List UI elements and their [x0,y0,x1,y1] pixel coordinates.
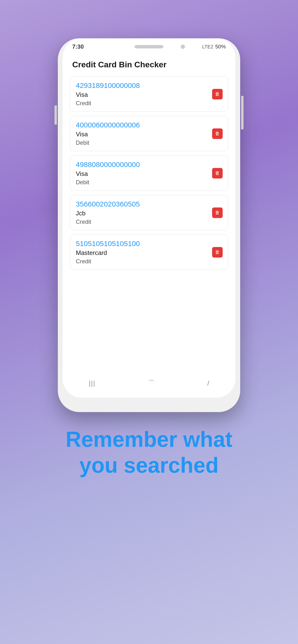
cta-line1: Remember what you searched [66,426,232,478]
page-title: Credit Card Bin Checker [70,60,228,69]
trash-icon: 🗑 [215,250,220,255]
trash-icon: 🗑 [215,210,220,216]
card-item: 4293189100000008VisaCredit🗑 [70,76,228,112]
status-right-icons: LTE2 50% [202,44,226,50]
trash-icon: 🗑 [215,170,220,176]
phone-frame: 7:30 LTE2 50% Credit Card Bin Checker 42… [58,38,240,412]
phone-screen: 7:30 LTE2 50% Credit Card Bin Checker 42… [63,38,235,398]
card-number: 3566002020360505 [76,200,222,208]
trash-icon: 🗑 [215,91,220,97]
card-item: 4000060000000006VisaDebit🗑 [70,116,228,151]
nav-recents-icon[interactable]: / [207,380,209,387]
card-number: 4988080000000000 [76,160,222,169]
app-content: Credit Card Bin Checker 4293189100000008… [63,55,235,374]
card-type: Debit [76,140,222,146]
card-brand: Visa [76,91,222,98]
nav-back-icon[interactable]: ||| [89,380,95,387]
delete-button[interactable]: 🗑 [212,128,223,139]
card-type: Credit [76,100,222,106]
status-time: 7:30 [72,43,84,50]
card-type: Credit [76,258,222,265]
card-item: 3566002020360505JcbCredit🗑 [70,195,228,230]
delete-button[interactable]: 🗑 [212,247,223,258]
card-number: 5105105105105100 [76,240,222,248]
delete-button[interactable]: 🗑 [212,208,223,218]
card-type: Debit [76,179,222,186]
status-pill [135,45,163,48]
card-list: 4293189100000008VisaCredit🗑4000060000000… [70,76,228,270]
card-type: Credit [76,218,222,225]
status-camera-dot [181,44,185,49]
card-brand: Mastercard [76,249,222,256]
trash-icon: 🗑 [215,131,220,136]
status-bar: 7:30 LTE2 50% [63,38,235,55]
card-item: 4988080000000000VisaDebit🗑 [70,156,228,191]
card-brand: Visa [76,130,222,138]
card-brand: Visa [76,170,222,178]
status-battery: 50% [215,44,226,50]
status-signal: LTE2 [202,44,213,50]
nav-bar: ||| ⌒ / [63,374,235,398]
card-brand: Jcb [76,210,222,217]
nav-home-icon[interactable]: ⌒ [148,378,155,388]
card-item: 5105105105105100MastercardCredit🗑 [70,234,228,270]
delete-button[interactable]: 🗑 [212,89,223,100]
card-number: 4000060000000006 [76,121,222,129]
delete-button[interactable]: 🗑 [212,168,223,178]
bottom-cta: Remember what you searched [46,426,251,478]
card-number: 4293189100000008 [76,82,222,90]
